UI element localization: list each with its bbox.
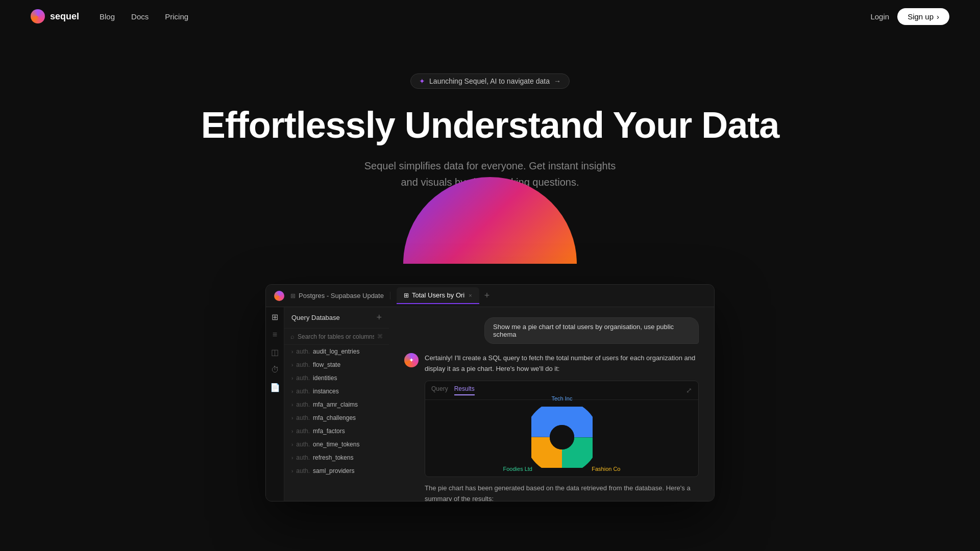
- hero-headline: Effortlessly Understand Your Data: [10, 105, 970, 145]
- table-list-item[interactable]: › auth.one_time_tokens: [284, 438, 389, 451]
- label-foodies: Foodies Ltd: [503, 466, 532, 472]
- table-name: one_time_tokens: [313, 441, 359, 448]
- db-selector[interactable]: ⊞ Postgres - Supabase Update: [290, 292, 390, 299]
- chat-area: Show me a pie chart of total users by or…: [389, 307, 714, 501]
- sidebar-icon-docs[interactable]: 📄: [270, 383, 280, 392]
- table-name: identities: [313, 374, 337, 382]
- table-schema: auth.: [296, 454, 310, 461]
- sidebar-top: Query Database +: [284, 307, 389, 329]
- table-chevron-icon: ›: [291, 468, 293, 474]
- signup-button[interactable]: Sign up ›: [897, 8, 949, 25]
- user-bubble: Show me a pie chart of total users by or…: [484, 317, 699, 344]
- sidebar-icon-database[interactable]: ⊞: [272, 312, 278, 322]
- table-list-item[interactable]: › auth.saml_providers: [284, 464, 389, 478]
- table-schema: auth.: [296, 441, 310, 448]
- sidebar-search: ⌕ ⌘: [284, 329, 389, 345]
- table-schema: auth.: [296, 361, 310, 368]
- tab-label: Total Users by Ori: [412, 291, 464, 299]
- table-name: refresh_tokens: [313, 454, 353, 461]
- star-icon: ✦: [419, 77, 425, 85]
- summary-title: The pie chart has been generated based o…: [425, 484, 691, 501]
- chart-area: Tech Inc Foodies Ltd Fashion Co: [425, 400, 698, 477]
- table-list-item[interactable]: › auth.refresh_tokens: [284, 451, 389, 464]
- result-tab-group: Query Results: [431, 385, 475, 395]
- tab-results[interactable]: Results: [454, 385, 475, 395]
- logo[interactable]: sequel: [31, 9, 79, 23]
- sidebar-title: Query Database: [291, 314, 340, 321]
- table-name: mfa_challenges: [313, 414, 356, 421]
- sidebar-icon-history[interactable]: ⏱: [271, 365, 279, 374]
- tab-query[interactable]: Query: [431, 385, 448, 395]
- nav-link-blog[interactable]: Blog: [100, 12, 115, 21]
- table-schema: auth.: [296, 374, 310, 382]
- summary-text: The pie chart has been generated based o…: [425, 483, 699, 501]
- cta-label: Try for Free: [463, 216, 508, 226]
- table-list-item[interactable]: › auth.mfa_amr_claims: [284, 398, 389, 411]
- nav-links: Blog Docs Pricing: [100, 12, 188, 21]
- table-name: mfa_amr_claims: [313, 401, 358, 408]
- label-fashion: Fashion Co: [592, 466, 620, 472]
- table-list-item[interactable]: › auth.mfa_factors: [284, 424, 389, 438]
- ai-content: Certainly! I'll create a SQL query to fe…: [425, 353, 699, 501]
- table-list-item[interactable]: › auth.identities: [284, 371, 389, 385]
- tab-icon: ⊞: [404, 292, 409, 299]
- sidebar-main: Query Database + ⌕ ⌘ › auth.audit_log_en…: [284, 307, 389, 501]
- table-chevron-icon: ›: [291, 442, 293, 447]
- table-name: flow_state: [313, 361, 340, 368]
- logo-text: sequel: [50, 11, 79, 22]
- main-area: Show me a pie chart of total users by or…: [389, 307, 714, 501]
- sidebar-icon-schema[interactable]: ≡: [273, 330, 277, 339]
- table-name: instances: [313, 388, 339, 395]
- db-name: Postgres - Supabase Update: [299, 292, 384, 299]
- signup-chevron: ›: [937, 12, 939, 21]
- table-chevron-icon: ›: [291, 455, 293, 461]
- table-chevron-icon: ›: [291, 429, 293, 434]
- user-message: Show me a pie chart of total users by or…: [404, 317, 699, 344]
- table-schema: auth.: [296, 388, 310, 395]
- table-chevron-icon: ›: [291, 402, 293, 408]
- ai-avatar: ✦: [404, 353, 419, 367]
- expand-icon[interactable]: ⤢: [686, 386, 692, 394]
- app-window: ⊞ Postgres - Supabase Update ⊞ Total Use…: [265, 284, 715, 502]
- label-tech-inc: Tech Inc: [552, 395, 573, 402]
- badge-text: Launching Sequel, AI to navigate data: [429, 77, 550, 85]
- nav-left: sequel Blog Docs Pricing: [31, 9, 188, 23]
- result-card: Query Results ⤢: [425, 381, 699, 477]
- tab-bar: ⊞ Total Users by Ori × +: [397, 287, 706, 304]
- svg-point-3: [550, 425, 574, 449]
- try-for-free-button[interactable]: Try for Free ›: [447, 209, 532, 233]
- table-chevron-icon: ›: [291, 349, 293, 355]
- sidebar-icon-table[interactable]: ◫: [271, 347, 279, 357]
- navbar: sequel Blog Docs Pricing Login Sign up ›: [0, 0, 980, 33]
- pie-wrapper: Tech Inc Foodies Ltd Fashion Co: [531, 407, 593, 470]
- table-list-item[interactable]: › auth.instances: [284, 385, 389, 398]
- sidebar-icon-rail: ⊞ ≡ ◫ ⏱ 📄: [266, 307, 284, 501]
- app-logo-dot: [274, 291, 284, 301]
- login-button[interactable]: Login: [870, 12, 889, 21]
- table-list: › auth.audit_log_entries › auth.flow_sta…: [284, 345, 389, 501]
- nav-link-pricing[interactable]: Pricing: [165, 12, 188, 21]
- nav-right: Login Sign up ›: [870, 8, 949, 25]
- logo-icon: [31, 9, 45, 23]
- search-icon: ⌕: [290, 333, 295, 340]
- tab-total-users[interactable]: ⊞ Total Users by Ori ×: [397, 287, 479, 304]
- tab-add-button[interactable]: +: [480, 290, 494, 301]
- search-shortcut: ⌘: [377, 333, 383, 340]
- nav-link-docs[interactable]: Docs: [131, 12, 149, 21]
- table-chevron-icon: ›: [291, 362, 293, 368]
- table-schema: auth.: [296, 401, 310, 408]
- table-schema: auth.: [296, 467, 310, 474]
- db-icon: ⊞: [290, 292, 296, 299]
- app-titlebar: ⊞ Postgres - Supabase Update ⊞ Total Use…: [266, 285, 714, 307]
- signup-label: Sign up: [908, 12, 934, 21]
- chevron-right-icon: ›: [513, 216, 516, 226]
- table-chevron-icon: ›: [291, 389, 293, 394]
- table-schema: auth.: [296, 428, 310, 435]
- table-list-item[interactable]: › auth.flow_state: [284, 358, 389, 371]
- search-input[interactable]: [298, 333, 374, 340]
- sidebar-add-button[interactable]: +: [376, 312, 382, 323]
- hero-badge[interactable]: ✦ Launching Sequel, AI to navigate data …: [410, 73, 570, 89]
- table-list-item[interactable]: › auth.audit_log_entries: [284, 345, 389, 358]
- table-list-item[interactable]: › auth.mfa_challenges: [284, 411, 389, 424]
- tab-close-icon[interactable]: ×: [469, 292, 472, 298]
